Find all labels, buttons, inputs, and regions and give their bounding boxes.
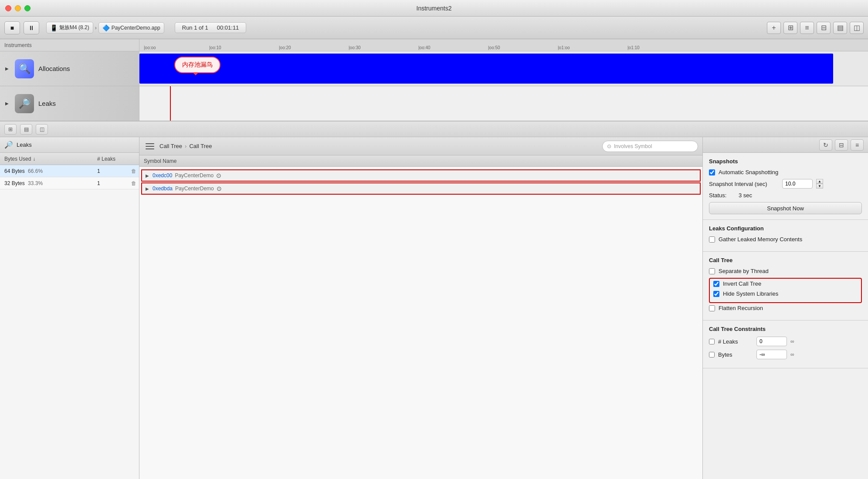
app-breadcrumb[interactable]: 🔷 PayCenterDemo.app bbox=[98, 22, 164, 34]
gather-leaked-row: Gather Leaked Memory Contents bbox=[709, 236, 862, 243]
view-toggle-4[interactable]: ▤ bbox=[833, 22, 847, 34]
symbol-app-0: PayCenterDemo bbox=[175, 172, 214, 179]
constraints-bytes-input[interactable] bbox=[756, 350, 787, 359]
table-row[interactable]: 32 Bytes 33.3% 1 🗑 bbox=[0, 177, 139, 189]
separate-thread-label: Separate by Thread bbox=[719, 268, 769, 274]
leaks-row: ▶ 🔎 Leaks bbox=[0, 86, 868, 121]
trash-icon-0[interactable]: 🗑 bbox=[131, 168, 136, 174]
constraints-leaks-checkbox[interactable] bbox=[709, 339, 715, 344]
view-toggle-3[interactable]: ⊟ bbox=[817, 22, 831, 34]
tick-1: |oo:10 bbox=[209, 45, 221, 50]
allocations-label[interactable]: ▶ 🔍 Allocations bbox=[0, 51, 139, 86]
title-bar: Instruments2 bbox=[0, 0, 868, 17]
constraints-leaks-inf: ∞ bbox=[790, 338, 794, 344]
expand-arrow-1[interactable]: ▶ bbox=[146, 186, 149, 191]
snapshot-now-button[interactable]: Snapshot Now bbox=[709, 202, 862, 214]
leaks-track[interactable] bbox=[139, 86, 868, 121]
maximize-button[interactable] bbox=[24, 5, 31, 11]
stepper-up[interactable]: ▲ bbox=[816, 179, 823, 184]
td-actions-0: 🗑 bbox=[129, 168, 139, 174]
inspector-tab-list[interactable]: ≡ bbox=[851, 139, 864, 151]
close-button[interactable] bbox=[5, 5, 11, 11]
pause-button[interactable]: ⏸ bbox=[24, 21, 39, 34]
calltree-header: Symbol Name bbox=[139, 155, 702, 167]
allocations-track[interactable]: 内存池漏鸟 bbox=[139, 51, 868, 86]
stop-button[interactable]: ■ bbox=[4, 21, 20, 34]
leaks-name: Leaks bbox=[38, 100, 56, 107]
td-leaks-0: 1 bbox=[94, 168, 129, 174]
leaks-icon: 🔎 bbox=[15, 94, 34, 113]
symbol-addr-0: 0xedc00 bbox=[153, 172, 172, 179]
allocations-icon: 🔍 bbox=[15, 59, 34, 78]
tick-5: |oo:50 bbox=[488, 45, 500, 50]
td-leaks-1: 1 bbox=[94, 180, 129, 186]
view-toggle-5[interactable]: ◫ bbox=[850, 22, 864, 34]
calltree-breadcrumb: Call Tree › Call Tree bbox=[159, 143, 212, 149]
constraints-leaks-input[interactable] bbox=[756, 337, 787, 346]
timeline-label-col: Instruments bbox=[0, 39, 139, 51]
calltree-breadcrumb-2[interactable]: Call Tree bbox=[189, 143, 212, 149]
app-icon: 🔷 bbox=[102, 24, 110, 31]
constraints-title: Call Tree Constraints bbox=[709, 326, 862, 332]
flatten-recursion-row: Flatten Recursion bbox=[709, 305, 862, 311]
bottom-icon-1[interactable]: ⊞ bbox=[4, 124, 17, 135]
constraints-bytes-row: Bytes ∞ bbox=[709, 350, 862, 359]
table-row[interactable]: 64 Bytes 66.6% 1 🗑 bbox=[0, 165, 139, 177]
stepper-down[interactable]: ▼ bbox=[816, 184, 823, 189]
hamburger-line-2 bbox=[146, 146, 154, 147]
calltree-breadcrumb-1[interactable]: Call Tree bbox=[159, 143, 182, 149]
view-toggle-2[interactable]: ≡ bbox=[800, 22, 814, 34]
auto-snapshot-checkbox[interactable] bbox=[709, 169, 715, 175]
hamburger-menu[interactable] bbox=[144, 140, 156, 152]
inspector-tab-sliders[interactable]: ⊟ bbox=[835, 139, 848, 151]
middle-panel: Call Tree › Call Tree ⊙ Involves Symbol … bbox=[139, 137, 702, 479]
calltree-row-0[interactable]: ▶ 0xedc00 PayCenterDemo ⊙ bbox=[141, 169, 701, 182]
leaks-panel-header: 🔎 Leaks bbox=[0, 137, 139, 153]
bottom-icon-3[interactable]: ◫ bbox=[36, 124, 48, 135]
interval-stepper: ▲ ▼ bbox=[816, 179, 823, 189]
add-button[interactable]: + bbox=[767, 22, 781, 34]
inspector-tab-refresh[interactable]: ↻ bbox=[819, 139, 832, 151]
involves-symbol-search[interactable]: ⊙ Involves Symbol bbox=[602, 141, 698, 152]
expand-arrow-0[interactable]: ▶ bbox=[146, 173, 149, 178]
run-info: Run 1 of 1 00:01:11 bbox=[175, 22, 247, 33]
gather-leaked-checkbox[interactable] bbox=[709, 236, 715, 243]
time-label: 00:01:11 bbox=[217, 24, 239, 31]
td-actions-1: 🗑 bbox=[129, 180, 139, 186]
calltree-inverted-group: Invert Call Tree Hide System Libraries bbox=[709, 278, 862, 303]
auto-snapshot-label: Automatic Snapshotting bbox=[719, 169, 778, 175]
device-breadcrumb[interactable]: 📱 魅族M4 (8.2) bbox=[46, 22, 93, 34]
allocations-name: Allocations bbox=[38, 65, 70, 72]
calltree-row-1[interactable]: ▶ 0xedbda PayCenterDemo ⊙ bbox=[141, 182, 701, 195]
leaks-red-line bbox=[170, 86, 171, 121]
interval-input[interactable] bbox=[782, 179, 813, 189]
invert-calltree-checkbox[interactable] bbox=[713, 281, 719, 287]
middle-toolbar: Call Tree › Call Tree ⊙ Involves Symbol bbox=[139, 137, 702, 155]
calltree-options-title: Call Tree bbox=[709, 257, 862, 263]
device-label: 魅族M4 (8.2) bbox=[59, 24, 89, 31]
gather-leaked-label: Gather Leaked Memory Contents bbox=[719, 236, 802, 243]
bottom-strip: ⊞ ▤ ◫ bbox=[0, 121, 868, 137]
view-toggle-1[interactable]: ⊞ bbox=[783, 22, 797, 34]
hide-syslib-checkbox[interactable] bbox=[713, 291, 719, 297]
trash-icon-1[interactable]: 🗑 bbox=[131, 180, 136, 186]
flatten-recursion-checkbox[interactable] bbox=[709, 305, 715, 311]
calltree-options-section: Call Tree Separate by Thread Invert Call… bbox=[703, 252, 868, 320]
bottom-icon-2[interactable]: ▤ bbox=[20, 124, 32, 135]
leaks-label[interactable]: ▶ 🔎 Leaks bbox=[0, 86, 139, 121]
tick-6: |o1:oo bbox=[558, 45, 570, 50]
toolbar-right: + ⊞ ≡ ⊟ ▤ ◫ bbox=[767, 22, 864, 34]
invert-calltree-row: Invert Call Tree bbox=[713, 280, 858, 287]
symbol-goto-0[interactable]: ⊙ bbox=[216, 172, 221, 179]
hide-syslib-row: Hide System Libraries bbox=[713, 290, 858, 297]
breadcrumb-arrow-1: › bbox=[95, 25, 97, 31]
th-leaks[interactable]: # Leaks bbox=[94, 156, 129, 162]
symbol-goto-1[interactable]: ⊙ bbox=[217, 185, 222, 192]
snapshots-title: Snapshots bbox=[709, 158, 862, 165]
th-bytes[interactable]: Bytes Used ↓ bbox=[0, 156, 94, 162]
separate-thread-checkbox[interactable] bbox=[709, 268, 715, 274]
constraints-bytes-checkbox[interactable] bbox=[709, 352, 715, 358]
leaks-config-title: Leaks Configuration bbox=[709, 225, 862, 232]
minimize-button[interactable] bbox=[15, 5, 21, 11]
right-panel: ↻ ⊟ ≡ Snapshots Automatic Snapshotting S… bbox=[702, 137, 868, 479]
